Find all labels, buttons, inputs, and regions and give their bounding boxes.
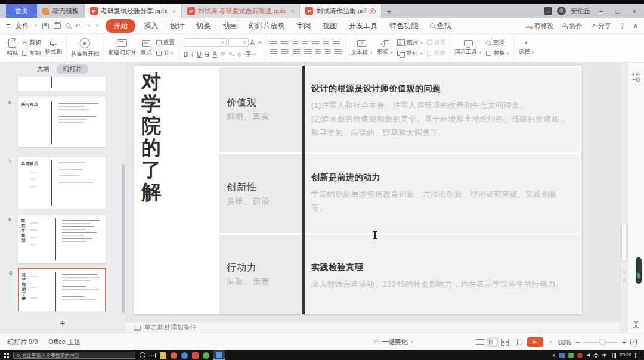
save-icon[interactable] <box>42 23 49 29</box>
tab-slideshow[interactable]: 幻灯片放映 <box>243 20 290 32</box>
subscript-button[interactable]: X₂ <box>229 51 234 57</box>
tab-developer[interactable]: 开发工具 <box>343 20 383 32</box>
zoom-level[interactable]: 83% <box>558 339 571 346</box>
numbered-list-icon[interactable] <box>281 41 289 46</box>
tab-close-icon[interactable]: × <box>291 8 295 14</box>
play-options-icon[interactable]: ∨ <box>549 340 552 345</box>
picture-button[interactable]: 图片∨ <box>397 39 423 46</box>
paste-button[interactable]: 粘贴 <box>7 39 18 57</box>
new-slide-button[interactable]: 新建幻灯片 <box>108 39 137 57</box>
find-button[interactable]: 查找 <box>486 39 509 46</box>
section-content-block[interactable]: 设计的根源是设计师价值观的问题 (1)注重人和社会本身、注重人居环境的改善和生态… <box>302 67 580 152</box>
tray-expand-icon[interactable]: ∧ <box>552 353 556 358</box>
normal-view-icon-selected[interactable] <box>489 339 497 345</box>
section-content-block[interactable]: 实践检验真理 北大校园营造活动、12345的社会影响力，均在表示学院师生的行动力… <box>302 235 580 314</box>
tab-design[interactable]: 设计 <box>165 20 190 32</box>
bold-button[interactable]: B <box>184 51 188 58</box>
tab-view[interactable]: 视图 <box>317 20 342 32</box>
align-right-icon[interactable] <box>293 49 300 55</box>
tab-insert[interactable]: 插入 <box>138 20 163 32</box>
slide-section-action[interactable]: 行动力 果敢、负责 实践检验真理 北大校园营造活动、12345的社会影响力，均在… <box>219 235 580 314</box>
start-button[interactable] <box>4 353 9 358</box>
select-button[interactable]: 选择∨ <box>519 40 535 56</box>
scrollbar-thumb[interactable] <box>621 222 627 262</box>
align-left-icon[interactable] <box>270 49 277 55</box>
cortana-icon[interactable] <box>140 352 145 358</box>
section-label-block[interactable]: 价值观 鲜明、真实 <box>219 67 302 152</box>
slide-title-vertical[interactable]: 对学院的了解 <box>141 70 164 203</box>
security-shield-icon[interactable] <box>568 353 574 358</box>
tab-home[interactable]: 首页 <box>6 4 37 18</box>
tab-close-icon[interactable]: × <box>172 8 176 14</box>
more-options-icon[interactable]: ⋮ <box>619 22 626 30</box>
increase-font-button[interactable]: A <box>250 39 255 46</box>
copy-button[interactable]: 复制 <box>22 49 41 57</box>
share-button[interactable]: ↗分享 <box>590 21 611 30</box>
cut-button[interactable]: ✂剪切 <box>22 39 41 46</box>
bullet-list-icon[interactable] <box>270 41 277 46</box>
shapes-button[interactable]: 形状∨ <box>377 40 393 56</box>
tab-review[interactable]: 审阅 <box>291 20 316 32</box>
print-icon[interactable] <box>54 23 61 29</box>
floating-widget[interactable] <box>636 257 642 284</box>
align-center-icon[interactable] <box>281 49 289 55</box>
redo-icon[interactable]: ↷ <box>85 22 91 30</box>
next-slide-icon[interactable]: ∨ <box>621 278 627 282</box>
ime-indicator[interactable]: 中 <box>602 352 607 359</box>
clear-format-button[interactable]: ◇ <box>237 51 242 57</box>
properties-panel-icon[interactable] <box>632 73 640 80</box>
line-spacing-icon[interactable] <box>312 41 319 46</box>
print-preview-icon[interactable] <box>66 23 70 28</box>
previous-slide-icon[interactable]: ∧ <box>621 270 627 274</box>
taskbar-search-box[interactable]: 在这里输入你要搜索的内容 <box>13 352 135 359</box>
strikethrough-button[interactable]: S <box>205 51 209 58</box>
decrease-font-button[interactable]: A <box>258 39 262 45</box>
section-button[interactable]: 节∨ <box>156 49 175 57</box>
tab-start[interactable]: 开始 <box>106 19 135 33</box>
slideshow-play-button[interactable]: ▶ <box>527 337 543 347</box>
hamburger-icon[interactable]: ≡ <box>6 21 11 30</box>
zoom-in-button[interactable]: + <box>623 339 626 346</box>
reset-button[interactable]: 重置 <box>156 39 175 46</box>
tab-features[interactable]: 特色功能 <box>384 20 423 32</box>
tab-pdf-document[interactable]: P 刘试涛作品集.pdf <box>300 4 381 18</box>
tab-transition[interactable]: 切换 <box>191 20 216 32</box>
thumbnail-slide-8[interactable]: 8 研究生规划 <box>18 215 106 264</box>
volume-icon[interactable] <box>586 353 590 357</box>
tab-animation[interactable]: 动画 <box>217 20 242 32</box>
char-tool-button[interactable]: 字∨ <box>245 50 256 58</box>
quickbar-dropdown-icon[interactable]: ∨ <box>95 23 98 28</box>
font-size-select[interactable]: ∨ <box>228 38 249 47</box>
wechat-icon[interactable] <box>203 352 209 359</box>
section-label-block[interactable]: 行动力 果敢、负责 <box>219 235 302 314</box>
presentation-tools-button[interactable]: 演示工具∨ <box>454 40 482 56</box>
current-slide[interactable]: 对学院的了解 价值观 鲜明、真实 设计的根源是设计师价值观的问题 (1)注重人和… <box>134 66 581 314</box>
find-menu[interactable]: 查找 <box>425 20 456 32</box>
section-label-block[interactable]: 创新性 多维、前沿 <box>219 154 302 233</box>
arrange-button[interactable]: 排列∨ <box>397 49 423 57</box>
beautify-button[interactable]: ☆ 一键美化 ∧ <box>373 337 413 346</box>
format-painter-button[interactable]: 格式刷 <box>45 40 62 56</box>
align-top-icon[interactable] <box>325 49 330 55</box>
tray-app-icon[interactable] <box>559 353 565 358</box>
calendar-icon[interactable] <box>611 353 616 358</box>
thumbnail-slide-9-selected[interactable]: 9 对学院的了解 <box>18 268 106 311</box>
wps-app-icon[interactable] <box>192 352 199 359</box>
vertical-scrollbar[interactable]: ∧ ∨ <box>620 63 627 333</box>
tab-docer-template[interactable]: 稻壳模板 <box>37 4 85 18</box>
justify-icon[interactable] <box>304 49 311 55</box>
zoom-slider[interactable] <box>584 342 618 343</box>
underline-button[interactable]: U <box>197 51 202 58</box>
font-color-button[interactable]: A <box>213 50 217 58</box>
collaborate-button[interactable]: 协作 <box>562 21 583 30</box>
textbox-button[interactable]: A文本框∨ <box>351 40 373 57</box>
sidebar-scrollbar[interactable] <box>122 164 125 313</box>
zoom-out-button[interactable]: − <box>575 339 579 346</box>
close-button[interactable]: × <box>628 8 640 15</box>
slides-tab-selected[interactable]: 幻灯片 <box>57 64 89 74</box>
outline-tab[interactable]: 大纲 <box>37 65 49 73</box>
italic-button[interactable]: I <box>191 51 193 58</box>
superscript-button[interactable]: X² <box>221 51 225 57</box>
browser-icon[interactable] <box>171 352 177 359</box>
network-icon[interactable] <box>593 353 599 358</box>
